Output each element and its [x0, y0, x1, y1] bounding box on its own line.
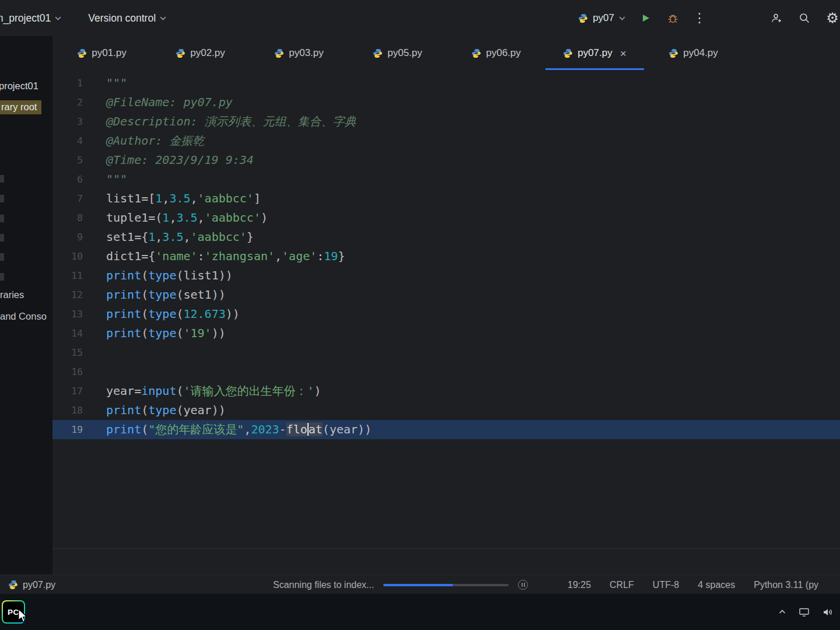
- editor-tab-py03[interactable]: py03.py: [250, 36, 348, 70]
- status-current-file[interactable]: py07.py: [8, 575, 55, 594]
- code-line-9[interactable]: 9set1={1,3.5,'aabbcc'}: [52, 228, 840, 247]
- code-text: """: [83, 74, 127, 93]
- tab-close-icon[interactable]: ×: [620, 48, 626, 59]
- caret-position-widget[interactable]: 19:25: [568, 580, 591, 590]
- code-line-13[interactable]: 13print(type(12.673)): [52, 304, 840, 324]
- indexing-widget[interactable]: Scanning files to index...: [273, 575, 528, 594]
- code-line-5[interactable]: 5@Time: 2023/9/19 9:34: [52, 150, 840, 170]
- line-number[interactable]: 10: [52, 247, 83, 266]
- code-text: list1=[1,3.5,'aabbcc']: [83, 189, 261, 208]
- editor-tab-py06[interactable]: py06.py: [447, 36, 545, 70]
- line-number[interactable]: 13: [52, 304, 83, 324]
- code-line-12[interactable]: 12print(type(set1)): [52, 285, 840, 304]
- editor-tab-py07[interactable]: py07.py×: [545, 36, 644, 70]
- python-icon: [563, 48, 573, 58]
- line-number[interactable]: 18: [52, 401, 83, 420]
- more-actions-button[interactable]: ⋮: [693, 12, 706, 24]
- tab-label: py01.py: [92, 47, 127, 59]
- code-text: print(type(list1)): [83, 266, 233, 285]
- line-number[interactable]: 11: [52, 266, 83, 285]
- line-number[interactable]: 3: [52, 112, 83, 131]
- version-control-widget[interactable]: Version control: [88, 12, 166, 24]
- pause-indexing-button[interactable]: [518, 580, 528, 590]
- project-root-node[interactable]: project01: [0, 80, 38, 92]
- tab-label: py03.py: [289, 47, 324, 59]
- tray-display-button[interactable]: [799, 608, 809, 617]
- project-selector[interactable]: m_project01: [0, 12, 61, 24]
- code-line-7[interactable]: 7list1=[1,3.5,'aabbcc']: [52, 189, 840, 208]
- line-number[interactable]: 9: [52, 228, 83, 247]
- code-line-6[interactable]: 6""": [52, 170, 840, 189]
- code-line-14[interactable]: 14print(type('19')): [52, 324, 840, 343]
- version-control-label: Version control: [88, 12, 156, 24]
- line-number[interactable]: 1: [52, 74, 83, 93]
- add-user-icon: [771, 12, 782, 24]
- project-tool-window[interactable]: project01 rary root raries and Conso: [0, 36, 52, 575]
- library-root-node[interactable]: rary root: [0, 100, 41, 114]
- tray-volume-button[interactable]: [822, 608, 833, 617]
- line-number[interactable]: 4: [52, 131, 83, 150]
- line-number[interactable]: 2: [52, 93, 83, 112]
- debug-button[interactable]: [666, 13, 679, 24]
- chevron-down-icon: [619, 16, 625, 20]
- python-icon: [668, 48, 678, 58]
- editor-tab-py02[interactable]: py02.py: [151, 36, 250, 70]
- tree-item-fragment: [0, 273, 4, 281]
- monitor-icon: [799, 608, 809, 617]
- code-line-8[interactable]: 8tuple1=(1,3.5,'aabbcc'): [52, 208, 840, 228]
- code-line-11[interactable]: 11print(type(list1)): [52, 266, 840, 285]
- line-number[interactable]: 19: [52, 420, 83, 439]
- code-line-4[interactable]: 4@Author: 金振乾: [52, 131, 840, 150]
- title-bar: m_project01 Version control py07 ⋮: [0, 0, 840, 36]
- tab-label: py02.py: [190, 47, 225, 59]
- scratches-and-consoles-node[interactable]: and Conso: [0, 311, 47, 322]
- line-number[interactable]: 17: [52, 382, 83, 401]
- code-line-10[interactable]: 10dict1={'name':'zhangsan','age':19}: [52, 247, 840, 266]
- search-icon: [799, 12, 810, 24]
- run-configuration-selector[interactable]: py07: [578, 12, 625, 24]
- encoding-widget[interactable]: UTF-8: [653, 580, 679, 590]
- python-icon: [77, 48, 87, 58]
- search-everywhere-button[interactable]: [798, 12, 811, 24]
- line-number[interactable]: 12: [52, 285, 83, 304]
- tab-label: py06.py: [486, 47, 521, 59]
- external-libraries-node[interactable]: raries: [0, 289, 24, 300]
- code-editor[interactable]: 1"""2@FileName: py07.py3@Description: 演示…: [52, 70, 840, 548]
- code-line-1[interactable]: 1""": [52, 74, 840, 93]
- tab-label: py07.py: [578, 47, 612, 59]
- code-text: print(type(year)): [83, 401, 226, 420]
- line-number[interactable]: 14: [52, 324, 83, 343]
- chevron-up-icon: [779, 610, 786, 614]
- code-line-19[interactable]: 19print("您的年龄应该是",2023-float(year)): [52, 420, 840, 439]
- indexing-progress-bar: [383, 584, 509, 586]
- code-line-16[interactable]: 16: [52, 362, 840, 382]
- editor-tab-py04[interactable]: py04.py: [644, 36, 743, 70]
- code-line-2[interactable]: 2@FileName: py07.py: [52, 93, 840, 112]
- tab-label: py04.py: [683, 47, 718, 59]
- line-number[interactable]: 5: [52, 150, 83, 170]
- line-number[interactable]: 8: [52, 208, 83, 228]
- line-number[interactable]: 7: [52, 189, 83, 208]
- line-number[interactable]: 16: [52, 362, 83, 382]
- interpreter-widget[interactable]: Python 3.11 (py: [754, 580, 818, 590]
- line-number[interactable]: 6: [52, 170, 83, 189]
- gear-icon: ⚙: [826, 11, 839, 25]
- tray-expand-button[interactable]: [779, 610, 786, 614]
- code-text: """: [83, 170, 127, 189]
- editor-tab-py05[interactable]: py05.py: [348, 36, 447, 70]
- run-button[interactable]: [639, 13, 652, 23]
- code-text: @Time: 2023/9/19 9:34: [83, 150, 254, 170]
- line-number[interactable]: 15: [52, 343, 83, 362]
- code-line-17[interactable]: 17year=input('请输入您的出生年份：'): [52, 382, 840, 401]
- editor-tab-py01[interactable]: py01.py: [52, 36, 151, 70]
- code-line-15[interactable]: 15: [52, 343, 840, 362]
- code-line-18[interactable]: 18print(type(year)): [52, 401, 840, 420]
- code-line-3[interactable]: 3@Description: 演示列表、元组、集合、字典: [52, 112, 840, 131]
- settings-button[interactable]: ⚙: [826, 11, 839, 25]
- code-rows: 1"""2@FileName: py07.py3@Description: 演示…: [52, 74, 840, 439]
- line-separator-widget[interactable]: CRLF: [610, 580, 634, 590]
- indent-widget[interactable]: 4 spaces: [698, 580, 735, 590]
- run-config-python-icon: [578, 13, 588, 23]
- tree-item-fragment: [0, 215, 4, 222]
- code-with-me-button[interactable]: [770, 12, 783, 24]
